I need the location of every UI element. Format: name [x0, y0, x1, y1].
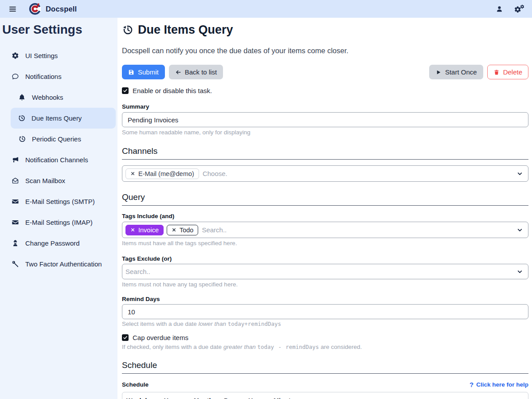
arrow-left-icon: [175, 69, 181, 75]
chip-label: E-Mail (me@demo): [138, 170, 194, 177]
toolbar-left: Submit Back to list: [122, 65, 223, 79]
help-text: If checked, only items with a due date: [122, 344, 222, 350]
sidebar-item-periodic-queries[interactable]: Periodic Queries: [0, 129, 117, 149]
history-icon: [17, 114, 26, 122]
chip-label: Invoice: [138, 227, 159, 234]
start-once-label: Start Once: [445, 68, 477, 76]
play-icon: [435, 69, 442, 75]
remove-chip-icon[interactable]: [172, 227, 176, 232]
schedule-cell: Day: [224, 397, 236, 399]
sidebar-item-notification-channels[interactable]: Notification Channels: [0, 149, 117, 170]
cap-overdue-help: If checked, only items with a due date g…: [122, 344, 528, 350]
toolbar: Submit Back to list Start Once Delete: [122, 65, 528, 79]
schedule-cell: Month: [194, 397, 213, 399]
remind-days-help: Select items with a due date lower than …: [122, 321, 528, 327]
sidebar-item-label: Webhooks: [32, 94, 63, 101]
back-label: Back to list: [185, 68, 217, 76]
sidebar-item-label: Notification Channels: [25, 156, 88, 164]
key-icon: [11, 260, 20, 268]
delete-label: Delete: [503, 68, 522, 76]
chevron-down-icon[interactable]: [517, 227, 523, 233]
sidebar-item-two-factor-authentication[interactable]: Two Factor Authentication: [0, 254, 117, 274]
selected-chip[interactable]: Todo: [167, 225, 198, 235]
schedule-cell: Year: [164, 397, 178, 399]
schedule-cell: Weekday: [126, 397, 154, 399]
channels-select[interactable]: E-Mail (me@demo) Choose.: [122, 165, 528, 182]
tags-exclude-placeholder: Search..: [125, 268, 150, 275]
sidebar-nav: UI SettingsNotificationsWebhooksDue Item…: [0, 45, 117, 274]
question-icon: ?: [469, 381, 473, 388]
schedule-help-link[interactable]: ? Click here for help: [469, 381, 528, 388]
delete-button[interactable]: Delete: [487, 65, 528, 79]
section-title-text: Due Items Query: [138, 23, 233, 37]
help-text: Select items with a due date: [122, 321, 197, 327]
cap-overdue-row: Cap overdue items: [122, 334, 528, 341]
sidebar-item-e-mail-settings-imap-[interactable]: E-Mail Settings (IMAP): [0, 212, 117, 233]
tags-exclude-label: Tags Exclude (or): [122, 255, 528, 262]
history-icon: [122, 24, 133, 35]
cogs-icon[interactable]: [514, 4, 525, 13]
submit-button[interactable]: Submit: [122, 65, 165, 79]
help-code: today: [257, 344, 274, 350]
remove-chip-icon[interactable]: [130, 171, 135, 176]
sidebar-item-change-password[interactable]: Change Password: [0, 233, 117, 254]
sidebar-item-label: Periodic Queries: [32, 135, 81, 143]
gear-icon: [11, 52, 20, 59]
sidebar-item-label: E-Mail Settings (IMAP): [25, 219, 93, 226]
save-icon: [128, 69, 134, 75]
topbar: Docspell: [0, 0, 532, 18]
tags-exclude-select[interactable]: Search..: [122, 264, 528, 279]
sidebar-item-label: Due Items Query: [31, 114, 82, 122]
app-name[interactable]: Docspell: [46, 5, 77, 13]
submit-label: Submit: [138, 68, 159, 76]
menu-icon[interactable]: [7, 4, 18, 14]
sidebar-item-e-mail-settings-smtp-[interactable]: E-Mail Settings (SMTP): [0, 191, 117, 212]
sidebar-item-label: Change Password: [25, 239, 80, 247]
help-text: are considered.: [321, 344, 362, 350]
sidebar-item-webhooks[interactable]: Webhooks: [0, 87, 117, 108]
summary-input[interactable]: [122, 112, 528, 127]
tags-exclude-help: Items must not have any tag specified he…: [122, 281, 528, 288]
envelope-icon: [11, 219, 20, 226]
comment-icon: [11, 73, 20, 80]
chip-label: Todo: [180, 227, 193, 234]
schedule-heading: Schedule: [122, 360, 528, 374]
selected-chip[interactable]: E-Mail (me@demo): [125, 168, 199, 179]
enable-task-row: Enable or disable this task.: [122, 87, 528, 94]
chevron-down-icon[interactable]: [517, 269, 523, 274]
sidebar-item-label: Notifications: [25, 73, 62, 80]
enable-task-label: Enable or disable this task.: [133, 87, 212, 94]
tags-include-label: Tags Include (and): [122, 213, 528, 219]
help-code: remindDays: [286, 344, 319, 350]
cap-overdue-checkbox[interactable]: [122, 334, 129, 341]
tags-include-select[interactable]: InvoiceTodo Search..: [122, 222, 528, 238]
channels-placeholder: Choose.: [203, 170, 227, 177]
user-icon[interactable]: [496, 5, 503, 13]
description: Docspell can notify you once the due dat…: [122, 47, 528, 55]
cap-overdue-label: Cap overdue items: [133, 334, 188, 341]
sidebar-item-due-items-query[interactable]: Due Items Query: [11, 108, 116, 129]
remind-days-label: Remind Days: [122, 296, 528, 302]
summary-help: Some human readable name, only for displ…: [122, 129, 528, 136]
sidebar-item-label: Two Factor Authentication: [25, 260, 102, 268]
sidebar-item-ui-settings[interactable]: UI Settings: [0, 45, 117, 66]
help-separator: -: [279, 344, 281, 350]
enable-task-checkbox[interactable]: [122, 87, 129, 94]
chevron-down-icon[interactable]: [517, 171, 523, 176]
tags-include-placeholder: Search..: [202, 226, 227, 234]
sidebar-item-notifications[interactable]: Notifications: [0, 66, 117, 87]
page-title: User Settings: [0, 23, 117, 37]
user-secret-icon: [11, 239, 20, 247]
schedule-table[interactable]: WeekdayYearMonthDayHourMinute *–*–0100:0…: [122, 392, 528, 399]
sidebar: User Settings UI SettingsNotificationsWe…: [0, 18, 117, 399]
start-once-button[interactable]: Start Once: [429, 65, 483, 79]
help-italic: lower than: [199, 321, 226, 327]
remove-chip-icon[interactable]: [130, 227, 135, 232]
back-to-list-button[interactable]: Back to list: [169, 65, 223, 79]
sidebar-item-scan-mailbox[interactable]: Scan Mailbox: [0, 170, 117, 191]
remind-days-input[interactable]: [122, 304, 528, 319]
selected-chip[interactable]: Invoice: [125, 225, 164, 235]
section-title: Due Items Query: [122, 23, 528, 37]
docspell-logo-icon: [29, 3, 41, 15]
help-italic: greater than: [223, 344, 256, 350]
